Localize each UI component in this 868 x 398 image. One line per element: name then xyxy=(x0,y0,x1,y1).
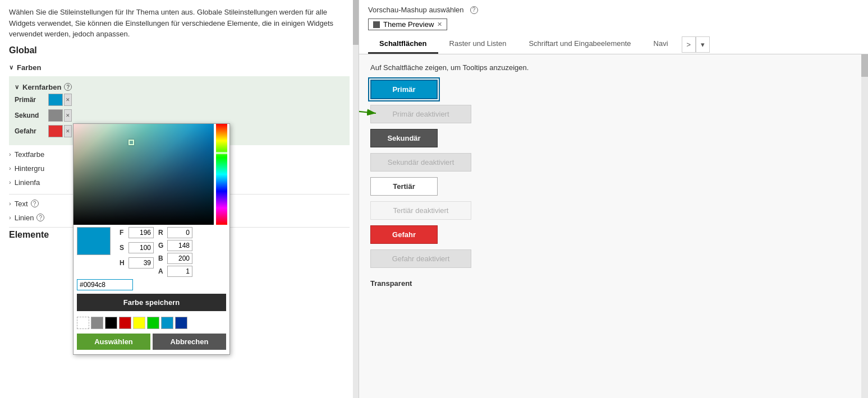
a-label: A xyxy=(158,267,165,275)
textfarbe-label: Textfarbe xyxy=(15,150,44,159)
farben-arrow-icon: ∨ xyxy=(9,64,13,71)
b-input[interactable] xyxy=(167,253,192,264)
r-label: R xyxy=(158,229,165,237)
hue-indicator xyxy=(216,152,227,154)
f-label: F xyxy=(120,229,126,237)
tab-navi[interactable]: Navi xyxy=(642,35,679,54)
btn-tertiary[interactable]: Tertiär xyxy=(370,177,438,196)
preset-red[interactable] xyxy=(119,317,131,329)
a-input[interactable] xyxy=(167,266,192,277)
linien-arrow-icon: › xyxy=(9,214,11,221)
left-panel: Wählen Sie die Stileinstellungen für Ihr… xyxy=(0,0,359,398)
hex-row xyxy=(74,279,229,293)
preset-yellow[interactable] xyxy=(133,317,145,329)
preset-navy[interactable] xyxy=(175,317,187,329)
preset-blue[interactable] xyxy=(161,317,173,329)
kernfarben-help-icon[interactable]: ? xyxy=(64,83,72,91)
primar-swatch[interactable] xyxy=(48,94,63,106)
picker-action-buttons: Auswählen Abbrechen xyxy=(74,331,229,354)
kernfarben-header[interactable]: ∨ Kernfarben ? xyxy=(15,81,344,94)
picker-fields: F S H R G xyxy=(74,225,229,279)
mashup-tag[interactable]: Theme Preview ✕ xyxy=(368,18,447,30)
preset-green[interactable] xyxy=(147,317,159,329)
cancel-button[interactable]: Abbrechen xyxy=(153,334,226,350)
r-row: R xyxy=(158,227,192,238)
tab-schriftart[interactable]: Schriftart und Eingabeelemente xyxy=(517,35,642,54)
right-scrollbar-thumb[interactable] xyxy=(861,54,868,77)
hex-input[interactable] xyxy=(77,279,133,290)
preset-black[interactable] xyxy=(105,317,117,329)
fsb-column: F S H xyxy=(120,227,154,277)
right-scrollbar[interactable] xyxy=(861,54,868,398)
hue-bar[interactable] xyxy=(216,124,227,225)
btn-danger[interactable]: Gefahr xyxy=(370,225,438,244)
btn-tertiary-disabled: Tertiär deaktiviert xyxy=(370,201,471,220)
linienfarbe-label: Linienfa xyxy=(15,178,40,187)
farben-header[interactable]: ∨ Farben xyxy=(9,61,350,74)
tab-dropdown-button[interactable]: ▾ xyxy=(696,36,710,53)
r-input[interactable] xyxy=(167,227,192,238)
btn-danger-disabled: Gefahr deaktiviert xyxy=(370,249,471,268)
preset-empty[interactable] xyxy=(77,317,89,329)
preset-gray[interactable] xyxy=(91,317,103,329)
sekundar-swatch[interactable] xyxy=(48,109,63,122)
rgb-column: R G B A xyxy=(158,227,192,277)
h-input[interactable] xyxy=(128,257,154,269)
gefahr-swatch-clear[interactable]: ✕ xyxy=(64,125,72,137)
s-label: S xyxy=(120,244,126,252)
linien-label: Linien xyxy=(15,214,34,222)
color-preview-box xyxy=(77,227,111,255)
b-row: B xyxy=(158,253,192,264)
select-button[interactable]: Auswählen xyxy=(77,334,150,350)
btn-secondary[interactable]: Sekundär xyxy=(370,129,438,147)
save-color-button[interactable]: Farbe speichern xyxy=(77,294,226,311)
preview-label: Vorschau-Mashup auswählen ? xyxy=(368,6,859,14)
color-presets xyxy=(74,314,229,331)
tab-raster[interactable]: Raster und Listen xyxy=(438,35,518,54)
sekundar-label: Sekund xyxy=(15,112,48,119)
tab-more-button[interactable]: > xyxy=(682,36,696,53)
b-label: B xyxy=(158,254,165,262)
global-title: Global xyxy=(9,45,350,55)
color-picker-popup: F S H R G xyxy=(73,123,230,355)
transparent-label: Transparent xyxy=(370,279,539,288)
linienfarbe-arrow-icon: › xyxy=(9,179,11,186)
mashup-tag-wrapper: Theme Preview ✕ xyxy=(368,18,859,30)
text-help-icon[interactable]: ? xyxy=(31,200,39,207)
gefahr-label: Gefahr xyxy=(15,127,48,135)
h-row: H xyxy=(120,257,154,269)
mashup-tag-icon xyxy=(373,21,380,28)
linien-help-icon[interactable]: ? xyxy=(36,214,44,221)
kernfarben-label: Kernfarben xyxy=(22,83,61,91)
button-group: Primär Primär deaktiviert Sekundär Sekun… xyxy=(370,80,539,288)
preview-header: Vorschau-Mashup auswählen ? Theme Previe… xyxy=(359,0,868,54)
color-gradient-canvas[interactable] xyxy=(74,124,214,225)
g-row: G xyxy=(158,240,192,251)
a-row: A xyxy=(158,266,192,277)
preview-label-text: Vorschau-Mashup auswählen xyxy=(368,6,464,14)
tooltip-hint: Auf Schaltfläche zeigen, um Tooltips anz… xyxy=(370,63,857,72)
primar-row: Primär ✕ xyxy=(15,94,344,106)
g-input[interactable] xyxy=(167,240,192,251)
s-input[interactable] xyxy=(128,242,154,253)
mashup-tag-label: Theme Preview xyxy=(383,20,434,29)
left-scrollbar-thumb[interactable] xyxy=(353,0,359,45)
primar-swatch-clear[interactable]: ✕ xyxy=(64,94,72,106)
preview-help-icon[interactable]: ? xyxy=(470,6,478,14)
kernfarben-arrow-icon: ∨ xyxy=(15,84,19,91)
gefahr-swatch[interactable] xyxy=(48,125,63,137)
f-input[interactable] xyxy=(128,227,154,238)
tab-schaltflachen[interactable]: Schaltflächen xyxy=(368,35,438,54)
btn-secondary-disabled: Sekundär deaktiviert xyxy=(370,153,471,172)
mashup-tag-close[interactable]: ✕ xyxy=(437,21,442,28)
h-label: H xyxy=(120,259,126,267)
sekundar-row: Sekund ✕ xyxy=(15,109,344,122)
primar-label: Primär xyxy=(15,96,48,104)
btn-primary[interactable]: Primär xyxy=(370,80,438,99)
text-arrow-icon: › xyxy=(9,200,11,207)
s-row: S xyxy=(120,242,154,253)
preview-content: Auf Schaltfläche zeigen, um Tooltips anz… xyxy=(359,54,868,398)
tabs-row: Schaltflächen Raster und Listen Schrifta… xyxy=(368,35,859,54)
sekundar-swatch-clear[interactable]: ✕ xyxy=(64,109,72,122)
left-scrollbar[interactable] xyxy=(353,0,359,398)
